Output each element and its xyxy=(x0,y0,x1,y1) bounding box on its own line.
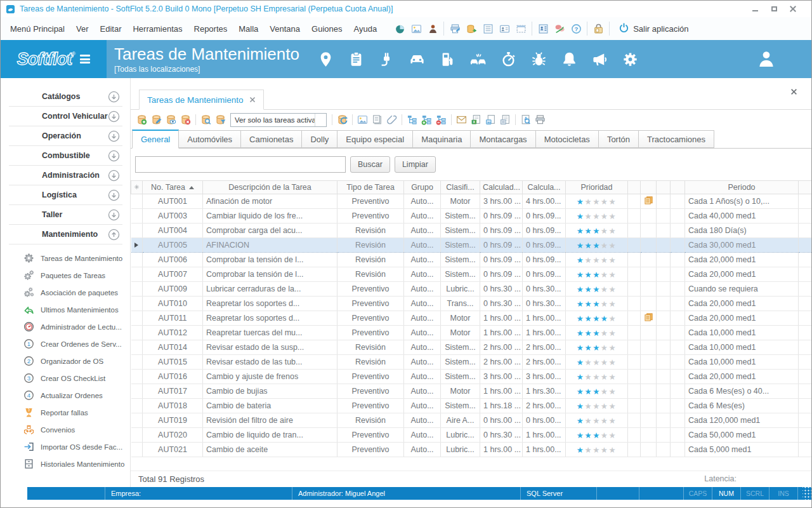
cell-x3[interactable] xyxy=(657,428,671,443)
table-row[interactable]: AUT011Reapretar los soportes d...Prevent… xyxy=(131,311,812,326)
cell-x5[interactable] xyxy=(799,413,812,428)
gear-button[interactable] xyxy=(622,51,639,68)
tab-dolly[interactable]: Dolly xyxy=(301,130,337,148)
cell-tipo[interactable]: Revisión xyxy=(337,238,404,253)
cell-desc[interactable]: AFINACION xyxy=(203,238,337,253)
column-header-x3[interactable] xyxy=(657,181,671,194)
paperclip-button[interactable] xyxy=(384,112,399,127)
cell-tipo[interactable]: Preventivo xyxy=(337,311,404,326)
cell-desc[interactable]: Afinación de motor xyxy=(203,194,337,209)
sidebar-section-combustible[interactable]: Combustible xyxy=(9,146,122,166)
search-input[interactable] xyxy=(135,156,346,173)
table-row[interactable]: AUT014Revisar estado de la susp...Revisi… xyxy=(131,340,812,355)
cell-calc2[interactable]: 4 hrs.00... xyxy=(523,194,566,209)
table-row[interactable]: AUT017Cambio de bujiasPreventivoAuto...M… xyxy=(131,384,812,399)
cell-marker[interactable] xyxy=(131,443,143,457)
cell-no[interactable]: AUT003 xyxy=(143,209,203,224)
report-doc-button[interactable] xyxy=(370,112,384,127)
cell-desc[interactable]: Comprobar carga del acu... xyxy=(203,224,337,238)
cell-x1[interactable] xyxy=(628,267,641,282)
cell-x3[interactable] xyxy=(657,224,671,238)
cell-x5[interactable] xyxy=(799,399,812,413)
exit-app-button[interactable]: Salir aplicación xyxy=(612,22,695,35)
cell-x1[interactable] xyxy=(628,194,641,209)
cell-grupo[interactable]: Auto... xyxy=(404,340,441,355)
cell-desc[interactable]: Reapretar los soportes d... xyxy=(203,297,337,311)
cell-tipo[interactable]: Preventivo xyxy=(337,399,404,413)
cell-tipo[interactable]: Revisión xyxy=(337,340,404,355)
mail-button[interactable] xyxy=(454,112,469,127)
cell-x4[interactable] xyxy=(671,443,685,457)
cell-calc2[interactable]: 1 hrs.00... xyxy=(523,428,566,443)
cell-clasif[interactable]: Trans... xyxy=(441,297,480,311)
cell-calc1[interactable]: 2 hrs.00 ... xyxy=(480,340,523,355)
cell-clasif[interactable]: Sistem... xyxy=(441,224,480,238)
cell-nota[interactable] xyxy=(641,399,657,413)
cell-x3[interactable] xyxy=(657,384,671,399)
sidebar-item-tareas-de-mantenimiento[interactable]: Tareas de Mantenimiento xyxy=(1,250,130,267)
cell-nota[interactable] xyxy=(641,238,657,253)
column-header-x1[interactable] xyxy=(628,181,641,194)
cell-tipo[interactable]: Revisión xyxy=(337,355,404,370)
cell-desc[interactable]: Cambio de aceite xyxy=(203,443,337,457)
db-view-button[interactable] xyxy=(164,112,178,127)
cell-clasif[interactable]: Motor xyxy=(441,311,480,326)
cell-calc1[interactable]: 0 hrs.30 ... xyxy=(480,428,523,443)
cell-x3[interactable] xyxy=(657,340,671,355)
sidebar-item-paquetes-de-tareas[interactable]: Paquetes de Tareas xyxy=(1,267,130,284)
cell-x5[interactable] xyxy=(799,428,812,443)
cell-prioridad[interactable]: ★★★★★ xyxy=(566,297,628,311)
cell-x5[interactable] xyxy=(799,267,812,282)
cell-x3[interactable] xyxy=(657,413,671,428)
sidebar-section-logistica[interactable]: Logística xyxy=(9,185,122,205)
cell-grupo[interactable]: Auto... xyxy=(404,326,441,340)
cell-x5[interactable] xyxy=(799,282,812,297)
cell-x1[interactable] xyxy=(628,326,641,340)
cell-tipo[interactable]: Revisión xyxy=(337,267,404,282)
cell-calc1[interactable]: 0 hrs.09 ... xyxy=(480,238,523,253)
cell-periodo[interactable]: Cada 20,000 med1 xyxy=(685,267,799,282)
cell-tipo[interactable]: Preventivo xyxy=(337,209,404,224)
table-row[interactable]: AUT018Cambio de bateriaPreventivoAuto...… xyxy=(131,399,812,413)
cell-marker[interactable] xyxy=(131,297,143,311)
cell-nota[interactable] xyxy=(641,428,657,443)
printer-button[interactable] xyxy=(533,112,547,127)
cell-marker[interactable] xyxy=(131,282,143,297)
cell-x4[interactable] xyxy=(671,238,685,253)
cell-no[interactable]: AUT005 xyxy=(143,238,203,253)
cell-periodo[interactable]: Cada 30,000 med1 xyxy=(685,238,799,253)
cell-x4[interactable] xyxy=(671,267,685,282)
cell-desc[interactable]: Cambio y ajuste de frenos xyxy=(203,370,337,384)
cell-calc1[interactable]: 0 hrs.09 ... xyxy=(480,224,523,238)
cell-tipo[interactable]: Preventivo xyxy=(337,370,404,384)
menu-item-malla[interactable]: Malla xyxy=(233,20,264,37)
table-row[interactable]: AUT019Revisión del filtro de aireRevisió… xyxy=(131,413,812,428)
cell-prioridad[interactable]: ★★★★★ xyxy=(566,355,628,370)
cell-periodo[interactable]: Cada 6 Mes(es) xyxy=(685,399,799,413)
cell-grupo[interactable]: Auto... xyxy=(404,267,441,282)
coins-save-button[interactable] xyxy=(463,21,480,36)
tab-maquinaria[interactable]: Maquinaria xyxy=(412,130,471,148)
cell-grupo[interactable]: Auto... xyxy=(404,253,441,267)
window-frame-button[interactable] xyxy=(513,21,529,36)
cell-calc2[interactable]: 1 hrs.30... xyxy=(523,384,566,399)
cell-no[interactable]: AUT015 xyxy=(143,355,203,370)
cell-tipo[interactable]: Revisión xyxy=(337,253,404,267)
image-button[interactable] xyxy=(408,21,424,36)
megaphone-button[interactable] xyxy=(591,51,608,68)
cell-x5[interactable] xyxy=(799,209,812,224)
menu-item-herramientas[interactable]: Herramientas xyxy=(127,20,188,37)
cell-x4[interactable] xyxy=(671,399,685,413)
bug-button[interactable] xyxy=(530,51,547,68)
cell-calc1[interactable]: 0 hrs.09 ... xyxy=(480,267,523,282)
cell-periodo[interactable]: Cada 20,000 med1 xyxy=(685,311,799,326)
cell-prioridad[interactable]: ★★★★★ xyxy=(566,253,628,267)
cell-periodo[interactable]: Cada 50,000 med1 xyxy=(685,428,799,443)
cell-x5[interactable] xyxy=(799,340,812,355)
cell-calc2[interactable]: 1 hrs.00... xyxy=(523,326,566,340)
cell-clasif[interactable]: Aire A... xyxy=(441,413,480,428)
menu-item-editar[interactable]: Editar xyxy=(95,20,128,37)
cell-desc[interactable]: Lubricar cerraduras de la... xyxy=(203,282,337,297)
cell-periodo[interactable]: Cada 6 Mes(es) o 40... xyxy=(685,384,799,399)
cell-calc2[interactable]: 0 hrs.09... xyxy=(523,267,566,282)
